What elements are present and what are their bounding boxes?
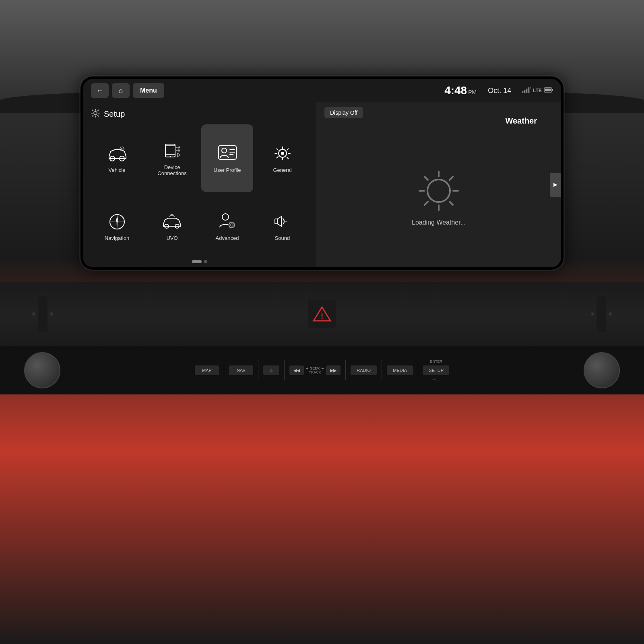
menu-button[interactable]: Menu xyxy=(133,83,164,98)
setup-gear-icon xyxy=(91,109,100,120)
user-profile-icon xyxy=(215,143,239,164)
menu-panel: Setup xyxy=(83,102,316,267)
weather-title: Weather xyxy=(505,116,537,126)
hazard-button[interactable]: ! xyxy=(308,300,336,328)
svg-line-40 xyxy=(450,202,453,205)
svg-point-8 xyxy=(94,111,97,115)
menu-item-user-profile[interactable]: User Profile xyxy=(201,124,253,192)
page-dot-1[interactable] xyxy=(192,260,202,263)
signal-icon xyxy=(522,87,530,94)
navigation-icon xyxy=(105,211,129,232)
svg-point-34 xyxy=(427,180,450,202)
uvo-label: UVO xyxy=(166,235,178,242)
radio-button[interactable]: RADIO xyxy=(351,365,377,375)
top-bar: ← ⌂ Menu 4:48 PM Oct. 14 xyxy=(83,79,561,102)
screen-wrapper: ← ⌂ Menu 4:48 PM Oct. 14 xyxy=(80,76,564,270)
seek-back-button[interactable]: ◀◀ xyxy=(289,365,304,375)
car-dashboard: ← ⌂ Menu 4:48 PM Oct. 14 xyxy=(0,0,644,644)
svg-line-39 xyxy=(425,177,428,180)
svg-rect-33 xyxy=(275,219,277,224)
setup-label: Setup xyxy=(104,109,125,119)
device-connections-icon xyxy=(160,140,184,161)
home-button[interactable]: ⌂ xyxy=(112,83,130,98)
svg-point-30 xyxy=(222,214,229,220)
sound-icon xyxy=(270,211,295,232)
page-dot-2[interactable] xyxy=(204,260,207,263)
svg-point-17 xyxy=(222,148,227,153)
enter-label: ENTER xyxy=(430,359,442,363)
controls-bar: MAP NAV ☆ ◀◀ ◄ SEEK ► TRACK xyxy=(0,346,644,394)
svg-rect-6 xyxy=(552,89,553,91)
advanced-label: Advanced xyxy=(216,235,239,242)
infotainment-screen: ← ⌂ Menu 4:48 PM Oct. 14 xyxy=(83,79,561,267)
nav-button[interactable]: NAV xyxy=(229,365,253,375)
sound-label: Sound xyxy=(275,235,290,242)
weather-section: Weather xyxy=(316,102,561,267)
svg-point-22 xyxy=(281,152,284,155)
general-label: General xyxy=(273,167,291,173)
map-button[interactable]: MAP xyxy=(195,365,219,375)
menu-grid: Vehicle xyxy=(91,124,308,257)
fav-button[interactable]: ☆ xyxy=(263,365,279,375)
right-panel: Display Off Weather xyxy=(316,102,561,267)
menu-item-sound[interactable]: Sound xyxy=(256,195,308,257)
menu-item-uvo[interactable]: UVO xyxy=(146,195,198,257)
vehicle-label: Vehicle xyxy=(109,167,126,173)
setup-ctrl-button[interactable]: SETUP xyxy=(423,365,449,375)
weather-icon-area: Loading Weather... xyxy=(412,134,466,259)
tune-knob[interactable] xyxy=(584,352,620,388)
uvo-icon xyxy=(160,211,184,232)
date-display: Oct. 14 xyxy=(488,87,511,95)
display-off-button[interactable]: Display Off xyxy=(324,107,363,118)
svg-text:!: ! xyxy=(321,312,324,321)
svg-line-42 xyxy=(425,202,428,205)
media-button[interactable]: MEDIA xyxy=(387,365,413,375)
lte-icon: LTE xyxy=(533,88,542,93)
svg-point-29 xyxy=(171,214,173,215)
status-icons: LTE xyxy=(522,87,553,94)
menu-item-navigation[interactable]: Navigation xyxy=(91,195,143,257)
user-profile-label: User Profile xyxy=(214,167,241,173)
menu-item-vehicle[interactable]: Vehicle xyxy=(91,124,143,192)
vol-knob[interactable] xyxy=(24,352,60,388)
setup-header: Setup xyxy=(91,106,308,124)
time-value: 4:48 xyxy=(444,84,467,97)
battery-icon xyxy=(544,87,553,94)
chevron-right-button[interactable]: ► xyxy=(550,173,561,197)
svg-rect-7 xyxy=(545,89,551,91)
general-icon xyxy=(270,143,295,164)
back-button[interactable]: ← xyxy=(91,83,109,98)
menu-item-advanced[interactable]: Advanced xyxy=(201,195,253,257)
vehicle-icon xyxy=(105,143,129,164)
svg-point-15 xyxy=(169,156,171,157)
menu-item-general[interactable]: General xyxy=(256,124,308,192)
time-ampm: PM xyxy=(468,89,477,95)
file-label: FILE xyxy=(432,377,440,381)
main-content: Setup xyxy=(83,102,561,267)
loading-weather-text: Loading Weather... xyxy=(412,219,466,226)
time-display: 4:48 PM xyxy=(444,84,477,97)
advanced-icon xyxy=(215,211,239,232)
navigation-label: Navigation xyxy=(105,235,129,242)
weather-sun-icon xyxy=(415,167,463,215)
svg-line-41 xyxy=(450,177,453,180)
seek-fwd-button[interactable]: ▶▶ xyxy=(326,365,341,375)
device-connections-label: DeviceConnections xyxy=(157,164,186,177)
dash-lower: ! xyxy=(0,282,644,644)
vent-area: ! xyxy=(0,282,644,346)
svg-rect-12 xyxy=(165,144,175,157)
menu-item-device-connections[interactable]: DeviceConnections xyxy=(146,124,198,192)
